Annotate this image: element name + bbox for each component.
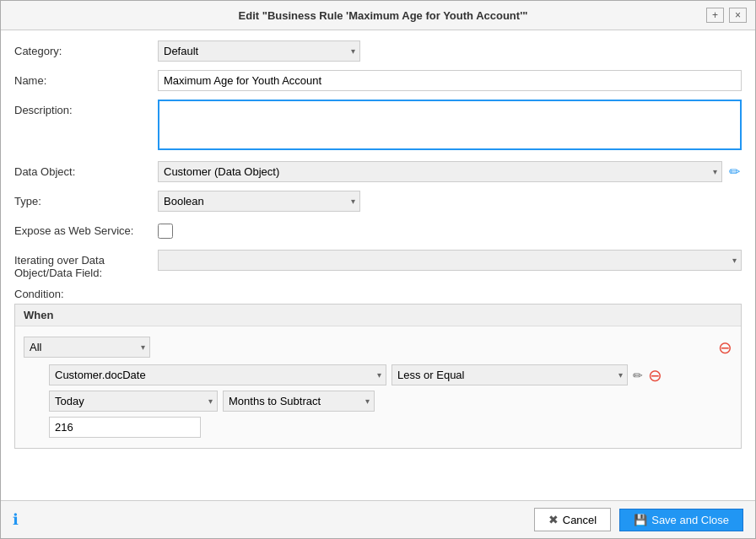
expose-checkbox[interactable] [158, 224, 173, 239]
info-icon: ℹ [13, 510, 19, 529]
condition-box: When All Any ▾ ⊖ [14, 304, 742, 449]
cancel-label: Cancel [563, 514, 597, 526]
customer-field-select[interactable]: Customer.docDate [49, 364, 386, 385]
iterating-row: Iterating over Data Object/Data Field: ▾ [14, 250, 742, 279]
save-floppy-icon: 💾 [634, 514, 647, 526]
today-select-wrapper: Today ▾ [49, 391, 218, 412]
category-row: Category: Default ▾ [14, 40, 742, 62]
today-select[interactable]: Today [49, 391, 218, 412]
type-select-wrapper: Boolean ▾ [158, 191, 360, 212]
expose-label: Expose as Web Service: [14, 220, 149, 237]
dialog: Edit "Business Rule 'Maximum Age for You… [0, 0, 756, 539]
expand-button[interactable]: + [706, 8, 724, 23]
save-and-close-button[interactable]: 💾 Save and Close [619, 509, 743, 531]
type-control: Boolean ▾ [158, 191, 742, 212]
title-bar-controls: + × [706, 8, 747, 23]
rule-row-3 [49, 417, 732, 438]
iterating-control: ▾ [158, 250, 742, 271]
iterating-label: Iterating over Data Object/Data Field: [14, 250, 149, 279]
all-select-wrapper: All Any ▾ [24, 337, 150, 358]
when-header: When [15, 305, 741, 326]
months-select[interactable]: Months to Subtract [223, 391, 375, 412]
numeric-value-input[interactable] [49, 417, 201, 438]
condition-body: All Any ▾ ⊖ Customer [15, 326, 741, 448]
rule-minus-button[interactable]: ⊖ [648, 367, 662, 384]
iterating-select-wrapper: ▾ [158, 250, 742, 271]
expose-row: Expose as Web Service: [14, 220, 742, 241]
expose-control [158, 220, 742, 241]
all-row: All Any ▾ ⊖ [24, 337, 732, 358]
title-bar: Edit "Business Rule 'Maximum Age for You… [1, 1, 755, 30]
category-select-wrapper: Default ▾ [158, 40, 360, 62]
type-row: Type: Boolean ▾ [14, 191, 742, 212]
condition-label: Condition: [14, 288, 742, 300]
name-row: Name: [14, 70, 742, 91]
all-select[interactable]: All Any [24, 337, 150, 358]
description-textarea[interactable] [158, 100, 742, 150]
customer-select-wrapper: Customer.docDate ▾ [49, 364, 386, 385]
rule-edit-button[interactable]: ✏ [633, 369, 643, 382]
data-object-label: Data Object: [14, 161, 149, 178]
months-select-wrapper: Months to Subtract ▾ [223, 391, 375, 412]
form-content: Category: Default ▾ Name: Description: [1, 30, 755, 500]
data-object-edit-button[interactable]: ✏ [727, 162, 742, 181]
category-select[interactable]: Default [158, 40, 360, 62]
type-label: Type: [14, 191, 149, 208]
operator-select-wrapper: Less or Equal Equal Greater or Equal ▾ [392, 364, 628, 385]
description-control [158, 100, 742, 153]
data-object-select[interactable]: Customer (Data Object) [158, 161, 722, 182]
rule-row-2: Today ▾ Months to Subtract ▾ [49, 391, 732, 412]
data-object-control: Customer (Data Object) ▾ ✏ [158, 161, 742, 182]
name-input[interactable] [158, 70, 742, 91]
close-button[interactable]: × [729, 8, 747, 23]
condition-section: Condition: When All Any ▾ ⊖ [14, 288, 742, 449]
name-label: Name: [14, 70, 149, 87]
description-row: Description: [14, 100, 742, 153]
iterating-select[interactable] [158, 250, 742, 271]
condition-rules: Customer.docDate ▾ Less or Equal Equal G… [49, 364, 732, 438]
cancel-button[interactable]: ✖ Cancel [534, 508, 611, 531]
name-control [158, 70, 742, 91]
all-minus-button[interactable]: ⊖ [718, 339, 732, 356]
cancel-x-icon: ✖ [548, 513, 559, 526]
category-control: Default ▾ [158, 40, 742, 62]
category-label: Category: [14, 40, 149, 57]
dialog-title: Edit "Business Rule 'Maximum Age for You… [60, 9, 706, 22]
rule-row-1: Customer.docDate ▾ Less or Equal Equal G… [49, 364, 732, 385]
operator-select[interactable]: Less or Equal Equal Greater or Equal [392, 364, 628, 385]
description-label: Description: [14, 100, 149, 116]
save-label: Save and Close [651, 514, 729, 526]
data-object-select-wrapper: Customer (Data Object) ▾ [158, 161, 722, 182]
data-object-row: Data Object: Customer (Data Object) ▾ ✏ [14, 161, 742, 182]
type-select[interactable]: Boolean [158, 191, 360, 212]
footer: ℹ ✖ Cancel 💾 Save and Close [1, 500, 755, 538]
